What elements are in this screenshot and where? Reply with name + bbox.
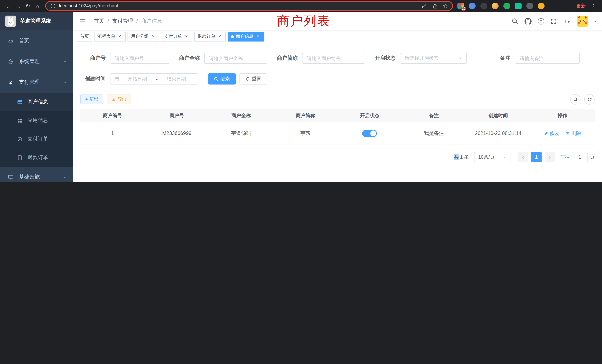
close-icon[interactable]: ×	[150, 34, 156, 39]
toggle-search-button[interactable]	[570, 94, 580, 105]
plus-icon: +	[85, 97, 88, 102]
browser-forward-icon[interactable]: →	[13, 1, 23, 11]
sidebar-item-refund-orders[interactable]: 退款订单	[0, 148, 73, 167]
password-key-icon[interactable]	[421, 3, 427, 9]
sidebar-item-label: 基础设施	[19, 174, 40, 181]
page-number-button[interactable]: 1	[531, 152, 542, 162]
full-name-input[interactable]	[204, 53, 267, 64]
fullscreen-icon[interactable]	[550, 18, 557, 24]
tab-label: 首页	[80, 33, 89, 40]
bookmark-star-icon[interactable]: ☆	[443, 3, 448, 9]
prev-page-button[interactable]: ‹	[518, 152, 528, 162]
short-name-input[interactable]	[302, 53, 365, 64]
close-icon[interactable]: ×	[217, 34, 222, 39]
font-size-icon[interactable]	[563, 18, 570, 24]
sidebar-item-system[interactable]: 系统管理	[0, 51, 73, 72]
table-toolbar: + 新增 导出	[80, 94, 595, 105]
extension-icon[interactable]	[480, 3, 487, 9]
browser-menu-icon[interactable]: ⋮	[589, 1, 598, 11]
site-info-icon[interactable]	[50, 3, 56, 9]
tab-label: 用户分组	[131, 33, 149, 40]
add-button-label: 新增	[89, 96, 98, 103]
extension-icon[interactable]	[503, 3, 510, 9]
delete-link-label: 删除	[571, 130, 581, 137]
status-toggle[interactable]	[362, 129, 377, 137]
next-page-button[interactable]: ›	[545, 152, 555, 162]
date-range-picker[interactable]: 开始日期 - 结束日期	[110, 73, 198, 85]
search-icon[interactable]	[512, 18, 518, 24]
filter-merchant-no: 商户号	[80, 53, 169, 64]
dashboard-icon	[7, 38, 14, 44]
payment-submenu: 商户信息 应用信息 支付订单	[0, 93, 73, 167]
add-button[interactable]: + 新增	[80, 95, 103, 104]
github-icon[interactable]	[525, 18, 532, 25]
tab-user-group[interactable]: 用户分组×	[128, 32, 159, 41]
app-shell: 芋道管理系统 首页 系统管理	[0, 12, 602, 182]
close-icon[interactable]: ×	[184, 34, 189, 39]
sidebar-item-infrastructure[interactable]: 基础设施	[0, 167, 73, 182]
logo-avatar	[5, 16, 16, 27]
column-header: 商户简称	[273, 109, 337, 122]
user-avatar[interactable]	[577, 16, 588, 27]
sidebar-item-label: 支付管理	[19, 79, 40, 86]
app-logo[interactable]: 芋道管理系统	[0, 12, 73, 30]
close-icon[interactable]: ×	[255, 34, 261, 39]
extension-icon[interactable]	[526, 3, 533, 9]
sidebar-item-payment-orders[interactable]: 支付订单	[0, 130, 73, 148]
filter-create-time: 创建时间 开始日期 - 结束日期	[80, 73, 198, 85]
browser-home-icon[interactable]: ⌂	[33, 1, 42, 11]
goto-label: 前往	[560, 154, 570, 160]
profile-avatar-icon[interactable]	[538, 3, 545, 9]
goto-page-input[interactable]	[572, 152, 588, 162]
tab-payment-orders[interactable]: 支付订单×	[161, 32, 192, 41]
filter-status: 开启状态 请选择开启状态	[375, 53, 467, 64]
tab-process-form[interactable]: 流程表单×	[94, 32, 126, 41]
help-icon[interactable]: ?	[538, 18, 544, 24]
refresh-table-button[interactable]	[584, 94, 595, 105]
sidebar-item-label: 应用信息	[27, 117, 48, 124]
sidebar-toggle-icon[interactable]	[79, 17, 87, 25]
browser-reload-icon[interactable]: ↻	[23, 1, 33, 11]
status-select[interactable]: 请选择开启状态	[400, 53, 467, 64]
field-label: 商户简称	[277, 55, 298, 62]
chevron-down-icon	[63, 59, 67, 64]
remark-input[interactable]	[515, 53, 580, 64]
app-title: 芋道管理系统	[20, 18, 51, 24]
caret-down-icon[interactable]: ▾	[594, 19, 596, 23]
breadcrumb-payment[interactable]: 支付管理	[112, 18, 133, 24]
sidebar-item-home[interactable]: 首页	[0, 30, 73, 51]
tab-label: 商户信息	[236, 33, 254, 40]
extension-icon[interactable]	[515, 3, 522, 9]
page-size-select[interactable]: 10条/页	[474, 152, 510, 162]
sidebar-item-app-info[interactable]: 应用信息	[0, 111, 73, 130]
search-button[interactable]: 搜索	[208, 73, 236, 85]
address-bar[interactable]: localhost:1024/pay/merchant ☆	[45, 1, 453, 11]
breadcrumb-current: 商户信息	[141, 18, 162, 24]
browser-update-button[interactable]: 更新	[573, 3, 589, 9]
tab-refund-orders[interactable]: 退款订单×	[194, 32, 226, 41]
select-placeholder: 请选择开启状态	[405, 55, 458, 62]
cell-status	[337, 122, 402, 145]
extension-icon[interactable]	[492, 3, 499, 9]
share-icon[interactable]	[432, 3, 438, 9]
sidebar-item-label: 商户信息	[27, 99, 48, 105]
annotation-title: 商户列表	[277, 13, 330, 30]
tab-home[interactable]: 首页	[77, 32, 92, 41]
sidebar-item-payment[interactable]: ¥ 支付管理	[0, 72, 73, 93]
edit-link[interactable]: 修改	[544, 130, 559, 137]
close-icon[interactable]: ×	[117, 34, 122, 39]
breadcrumb-home[interactable]: 首页	[94, 18, 104, 24]
field-label: 商户号	[80, 55, 106, 62]
filter-full-name: 商户全称	[179, 53, 267, 64]
filter-short-name: 商户简称	[277, 53, 365, 64]
extension-icon[interactable]: 10	[457, 3, 464, 9]
delete-link[interactable]: 删除	[566, 130, 581, 137]
export-button[interactable]: 导出	[107, 95, 131, 104]
sidebar-item-merchant-info[interactable]: 商户信息	[0, 93, 73, 111]
extension-icon[interactable]	[469, 3, 476, 9]
reset-button[interactable]: 重置	[239, 73, 267, 85]
browser-back-icon[interactable]: ←	[4, 1, 13, 11]
tab-merchant-info[interactable]: 商户信息×	[228, 32, 264, 41]
chevron-up-icon	[63, 80, 67, 85]
merchant-no-input[interactable]	[110, 53, 169, 64]
